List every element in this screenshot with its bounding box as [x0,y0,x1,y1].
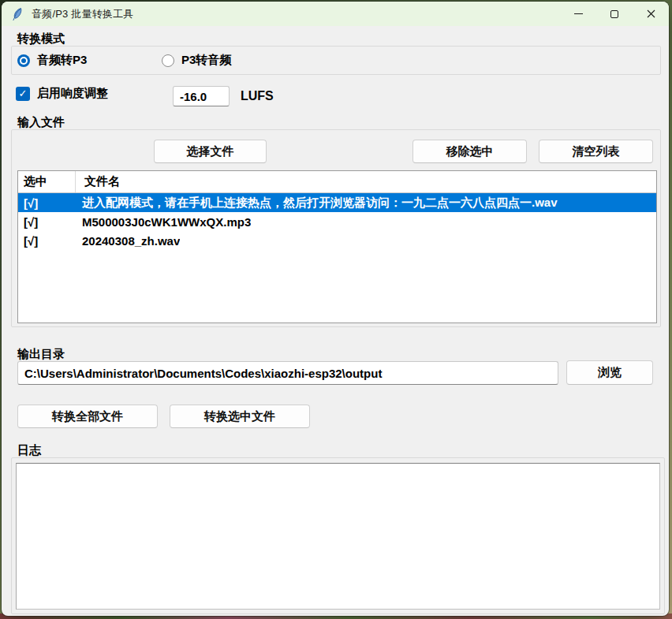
app-window: 音频/P3 批量转换工具 转换模式 音频转P3 P3转音频 ✓ 启用响度调整 L… [2,2,669,616]
window-title: 音频/P3 批量转换工具 [32,7,134,21]
mode-group-label: 转换模式 [17,32,65,47]
remove-selected-button[interactable]: 移除选中 [413,140,527,163]
loudness-checkbox-label: 启用响度调整 [37,86,108,101]
browse-button[interactable]: 浏览 [566,360,653,385]
maximize-button[interactable] [596,2,633,26]
file-table-header: 选中 文件名 [18,171,656,193]
clear-list-button[interactable]: 清空列表 [539,140,653,163]
log-group-label: 日志 [17,443,41,458]
loudness-checkbox-row: ✓ 启用响度调整 [16,86,108,101]
header-filename-column[interactable]: 文件名 [76,174,120,189]
loudness-checkbox[interactable]: ✓ [16,87,30,101]
radio-audio-to-p3-label: 音频转P3 [37,53,87,68]
maximize-icon [610,10,618,18]
table-row[interactable]: [√] 20240308_zh.wav [18,231,656,250]
output-dir-input[interactable] [17,361,558,385]
file-table: 选中 文件名 [√] 进入配网模式，请在手机上连接热点，然后打开浏览器访问：一九… [17,170,657,323]
radio-audio-to-p3[interactable]: 音频转P3 [17,53,87,68]
row-check-mark: [√] [18,215,76,229]
select-files-button[interactable]: 选择文件 [154,140,267,163]
table-row[interactable]: [√] 进入配网模式，请在手机上连接热点，然后打开浏览器访问：一九二点一六八点四… [18,193,656,212]
output-dir-label: 输出目录 [17,347,65,362]
titlebar[interactable]: 音频/P3 批量转换工具 [2,2,669,26]
mode-groupbox [11,46,661,75]
row-filename: 进入配网模式，请在手机上连接热点，然后打开浏览器访问：一九二点一六八点四点一.w… [76,196,558,211]
log-textarea[interactable] [16,463,660,610]
close-button[interactable] [633,2,669,26]
row-filename: 20240308_zh.wav [76,234,180,248]
convert-selected-button[interactable]: 转换选中文件 [170,405,310,428]
radio-selected-icon [17,54,30,67]
tk-feather-icon [10,7,24,21]
check-icon: ✓ [19,88,28,99]
radio-unselected-icon [162,54,174,67]
table-row[interactable]: [√] M500003J0cWK1WWxQX.mp3 [18,212,656,231]
minimize-icon [574,13,583,14]
radio-p3-to-audio[interactable]: P3转音频 [162,53,231,68]
input-group-label: 输入文件 [17,115,65,130]
header-checked-column[interactable]: 选中 [18,171,76,192]
window-controls [560,2,669,26]
convert-all-button[interactable]: 转换全部文件 [17,405,158,428]
lufs-unit-label: LUFS [241,89,274,103]
close-icon [647,9,655,18]
radio-p3-to-audio-label: P3转音频 [181,53,231,68]
minimize-button[interactable] [560,2,596,26]
lufs-input[interactable] [173,86,230,106]
row-check-mark: [√] [18,234,76,248]
row-check-mark: [√] [18,196,76,210]
row-filename: M500003J0cWK1WWxQX.mp3 [76,215,251,229]
